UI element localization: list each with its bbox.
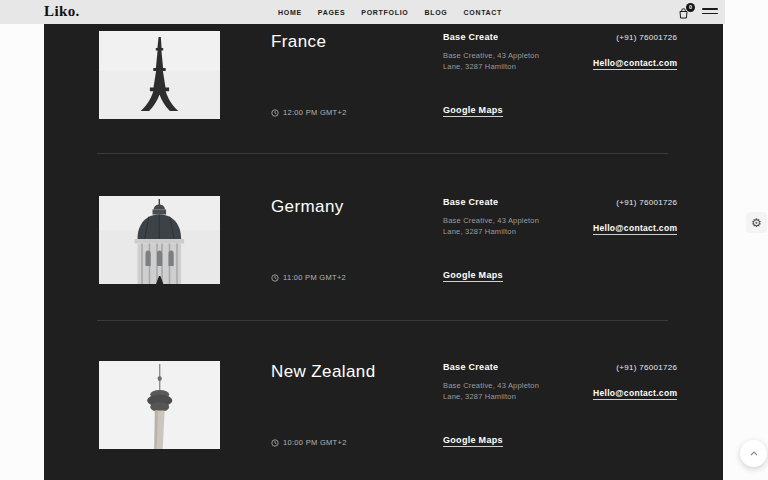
site-logo[interactable]: Liko. <box>44 3 80 20</box>
location-time: 10:00 PM GMT+2 <box>271 438 443 447</box>
company-address: Base Creative, 43 Appleton Lane, 3287 Ha… <box>443 215 593 237</box>
contact-locations-panel: France 12:00 PM GMT+2 Base Create Base C… <box>44 24 723 480</box>
phone-number: (+91) 76001726 <box>593 363 677 372</box>
scroll-to-top-button[interactable] <box>740 440 767 467</box>
nav-item-home[interactable]: HOME <box>278 9 302 16</box>
cart-button[interactable]: 0 <box>678 4 694 20</box>
nav-item-contact[interactable]: CONTACT <box>463 9 502 16</box>
google-maps-link[interactable]: Google Maps <box>443 435 503 447</box>
location-time: 11:00 PM GMT+2 <box>271 273 443 282</box>
clock-icon <box>271 439 279 447</box>
company-address: Base Creative, 43 Appleton Lane, 3287 Ha… <box>443 50 593 72</box>
google-maps-link[interactable]: Google Maps <box>443 105 503 117</box>
clock-icon <box>271 109 279 117</box>
location-title: France <box>271 32 443 52</box>
email-link[interactable]: Hello@contact.com <box>593 58 677 70</box>
clock-icon <box>271 274 279 282</box>
time-text: 12:00 PM GMT+2 <box>283 108 347 117</box>
cathedral-dome-illustration <box>99 196 220 284</box>
section-divider <box>97 320 668 321</box>
menu-icon[interactable] <box>702 8 718 16</box>
germany-photo <box>99 196 220 284</box>
main-nav: HOME PAGES PORTFOLIO BLOG CONTACT <box>278 0 502 24</box>
company-name: Base Create <box>443 362 593 372</box>
france-photo <box>99 31 220 119</box>
google-maps-link[interactable]: Google Maps <box>443 270 503 282</box>
top-header: Liko. HOME PAGES PORTFOLIO BLOG CONTACT … <box>0 0 725 24</box>
location-title: Germany <box>271 197 443 217</box>
company-name: Base Create <box>443 197 593 207</box>
time-text: 10:00 PM GMT+2 <box>283 438 347 447</box>
email-link[interactable]: Hello@contact.com <box>593 388 677 400</box>
location-row-new-zealand: New Zealand 10:00 PM GMT+2 Base Create B… <box>99 361 668 449</box>
nav-item-portfolio[interactable]: PORTFOLIO <box>361 9 408 16</box>
location-time: 12:00 PM GMT+2 <box>271 108 443 117</box>
sky-tower-illustration <box>99 361 220 449</box>
chevron-up-icon <box>750 451 758 456</box>
phone-number: (+91) 76001726 <box>593 198 677 207</box>
time-text: 11:00 PM GMT+2 <box>283 273 346 282</box>
nav-item-blog[interactable]: BLOG <box>424 9 447 16</box>
location-title: New Zealand <box>271 362 443 382</box>
settings-button[interactable]: ⚙ <box>746 212 767 233</box>
cart-count-badge: 0 <box>686 3 695 12</box>
gear-icon: ⚙ <box>751 216 762 230</box>
nav-item-pages[interactable]: PAGES <box>318 9 346 16</box>
location-row-france: France 12:00 PM GMT+2 Base Create Base C… <box>99 31 668 119</box>
company-name: Base Create <box>443 32 593 42</box>
phone-number: (+91) 76001726 <box>593 33 677 42</box>
company-address: Base Creative, 43 Appleton Lane, 3287 Ha… <box>443 380 593 402</box>
section-divider <box>97 153 668 154</box>
eiffel-tower-illustration <box>99 31 220 119</box>
new-zealand-photo <box>99 361 220 449</box>
email-link[interactable]: Hello@contact.com <box>593 223 677 235</box>
location-row-germany: Germany 11:00 PM GMT+2 Base Create Base … <box>99 196 668 284</box>
